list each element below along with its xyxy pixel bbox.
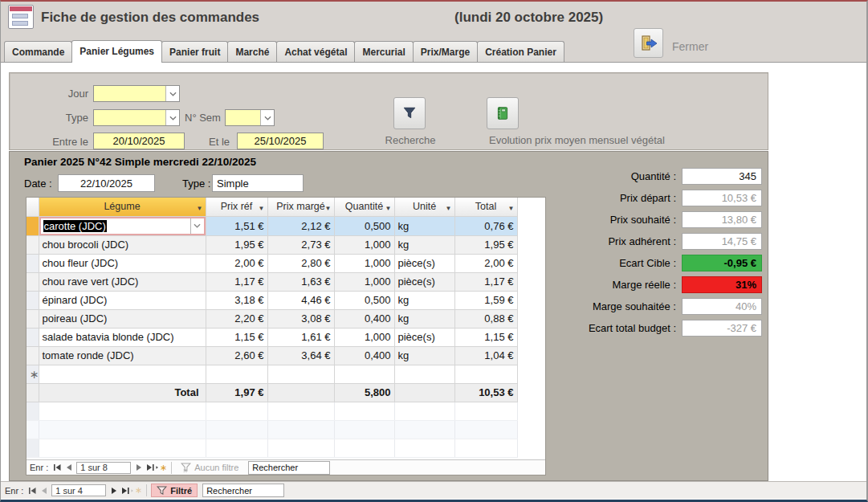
marge-souhaitee-field[interactable]: 40% <box>682 298 762 315</box>
row-selector[interactable] <box>26 309 39 328</box>
cell-unite[interactable]: kg <box>394 291 454 309</box>
cell-unite[interactable]: kg <box>394 216 454 235</box>
cell-prix-ref[interactable]: 1,15 € <box>206 328 267 346</box>
cell-quantite[interactable]: 0,400 <box>334 346 394 365</box>
tab-panier-legumes[interactable]: Panier Légumes <box>71 40 162 63</box>
next-record-button[interactable] <box>108 485 120 496</box>
column-filter-icon[interactable]: ▼ <box>446 205 452 212</box>
row-selector[interactable] <box>26 216 39 235</box>
record-position-box[interactable]: 1 sur 4 <box>51 484 106 496</box>
next-record-button[interactable] <box>133 463 145 473</box>
last-record-button[interactable] <box>145 463 156 473</box>
row-selector[interactable] <box>26 254 39 272</box>
cell-prix-marge[interactable]: 2,12 € <box>267 216 334 235</box>
cell-total[interactable]: 1,95 € <box>454 235 517 254</box>
select-all-corner[interactable] <box>26 198 39 216</box>
cell-prix-marge[interactable]: 4,46 € <box>267 291 334 309</box>
cell-prix-ref[interactable]: 2,60 € <box>206 346 267 365</box>
cell-prix-marge[interactable]: 1,63 € <box>267 272 334 291</box>
column-header-legume[interactable]: Légume▼ <box>39 198 206 216</box>
cell-quantite[interactable]: 1,000 <box>334 272 394 291</box>
cell-quantite[interactable]: 0,500 <box>334 291 394 309</box>
chevron-down-icon[interactable] <box>165 86 179 101</box>
entre-le-field[interactable]: 20/10/2025 <box>93 133 185 149</box>
cell-total[interactable]: 0,88 € <box>454 309 517 328</box>
first-record-button[interactable] <box>26 485 38 496</box>
column-header-prix-ref[interactable]: Prix réf▼ <box>206 198 267 216</box>
column-filter-icon[interactable]: ▼ <box>385 205 392 212</box>
cell-legume[interactable]: poireau (JDC) <box>39 309 206 328</box>
cell-total[interactable]: 1,04 € <box>454 346 517 365</box>
cell-legume[interactable]: épinard (JDC) <box>39 291 206 309</box>
cell-unite[interactable]: kg <box>394 346 454 365</box>
cell-total[interactable]: 1,59 € <box>454 291 517 309</box>
row-selector[interactable] <box>26 291 39 309</box>
cell-legume[interactable]: salade batavia blonde (JDC) <box>39 328 206 346</box>
chevron-down-icon[interactable] <box>260 110 274 125</box>
cell-prix-marge[interactable]: 3,08 € <box>267 309 334 328</box>
tab-commande[interactable]: Commande <box>4 41 72 62</box>
cell-prix-marge[interactable]: 3,64 € <box>267 346 334 365</box>
date-field[interactable]: 22/10/2025 <box>58 174 155 192</box>
new-record-marker[interactable]: ∗ <box>26 365 39 383</box>
cell-unite[interactable] <box>394 365 454 383</box>
no-filter-toggle[interactable]: Aucun filtre <box>176 461 243 475</box>
cell-unite[interactable]: pièce(s) <box>394 272 454 291</box>
row-selector[interactable] <box>26 346 39 365</box>
column-header-prix-marge[interactable]: Prix margé▼ <box>267 198 334 216</box>
cell-unite[interactable]: kg <box>394 309 454 328</box>
cell-prix-marge[interactable]: 2,80 € <box>267 254 334 272</box>
cell-total[interactable]: 1,17 € <box>454 272 517 291</box>
cell-legume[interactable]: chou fleur (JDC) <box>39 254 206 272</box>
cell-legume[interactable]: tomate ronde (JDC) <box>39 346 206 365</box>
cell-prix-ref[interactable]: 1,51 € <box>206 216 267 235</box>
et-le-field[interactable]: 25/10/2025 <box>237 133 324 149</box>
column-header-quantite[interactable]: Quantité▼ <box>334 198 394 216</box>
cell-legume[interactable]: chou rave vert (JDC) <box>39 272 206 291</box>
cell-legume[interactable] <box>39 365 206 383</box>
cell-quantite[interactable]: 1,000 <box>334 235 394 254</box>
previous-record-button[interactable] <box>63 463 74 473</box>
tab-prix-marge[interactable]: Prix/Marge <box>413 41 478 62</box>
num-sem-combobox[interactable] <box>225 109 275 126</box>
search-input[interactable]: Rechercher <box>202 484 284 497</box>
cell-total[interactable]: 1,15 € <box>454 328 517 346</box>
cell-prix-ref[interactable]: 1,17 € <box>206 272 267 291</box>
tab-panier-fruit[interactable]: Panier fruit <box>161 41 228 62</box>
cell-quantite[interactable]: 1,000 <box>334 328 394 346</box>
legume-combo-cell[interactable]: carotte (JDC) <box>39 216 206 235</box>
filtered-toggle[interactable]: Filtré <box>151 484 198 497</box>
tab-marche[interactable]: Marché <box>227 41 277 62</box>
cell-prix-ref[interactable]: 3,18 € <box>206 291 267 309</box>
cell-prix-marge[interactable]: 2,73 € <box>267 235 334 254</box>
type-combobox[interactable] <box>93 109 180 126</box>
tab-mercurial[interactable]: Mercurial <box>354 41 413 62</box>
cell-prix-ref[interactable]: 2,00 € <box>206 254 267 272</box>
tab-creation-panier[interactable]: Création Panier <box>477 41 564 62</box>
cell-prix-ref[interactable] <box>206 365 267 383</box>
record-position-box[interactable]: 1 sur 8 <box>76 462 131 474</box>
column-filter-icon[interactable]: ▼ <box>325 205 332 212</box>
cell-unite[interactable]: pièce(s) <box>394 328 454 346</box>
quantite-field[interactable]: 345 <box>682 168 762 185</box>
cell-prix-ref[interactable]: 1,95 € <box>206 235 267 254</box>
cell-total[interactable] <box>454 365 517 383</box>
cell-prix-ref[interactable]: 2,20 € <box>206 309 267 328</box>
cell-total[interactable]: 0,76 € <box>454 216 517 235</box>
row-selector[interactable] <box>26 272 39 291</box>
last-record-button[interactable] <box>120 485 131 496</box>
column-header-total[interactable]: Total▼ <box>454 198 517 216</box>
new-record-button[interactable]: ∗ <box>131 485 142 496</box>
cell-unite[interactable]: pièce(s) <box>394 254 454 272</box>
search-input[interactable]: Rechercher <box>248 461 330 475</box>
jour-combobox[interactable] <box>93 85 180 102</box>
type-field[interactable]: Simple <box>212 174 304 192</box>
row-selector[interactable] <box>26 235 39 254</box>
recherche-button[interactable] <box>393 97 426 129</box>
column-filter-icon[interactable]: ▼ <box>508 205 515 212</box>
tab-achat-vegetal[interactable]: Achat végétal <box>276 41 355 62</box>
cell-quantite[interactable]: 0,500 <box>334 216 394 235</box>
new-record-button[interactable]: ∗ <box>156 463 167 473</box>
previous-record-button[interactable] <box>38 485 49 496</box>
chevron-down-icon[interactable] <box>190 218 204 234</box>
